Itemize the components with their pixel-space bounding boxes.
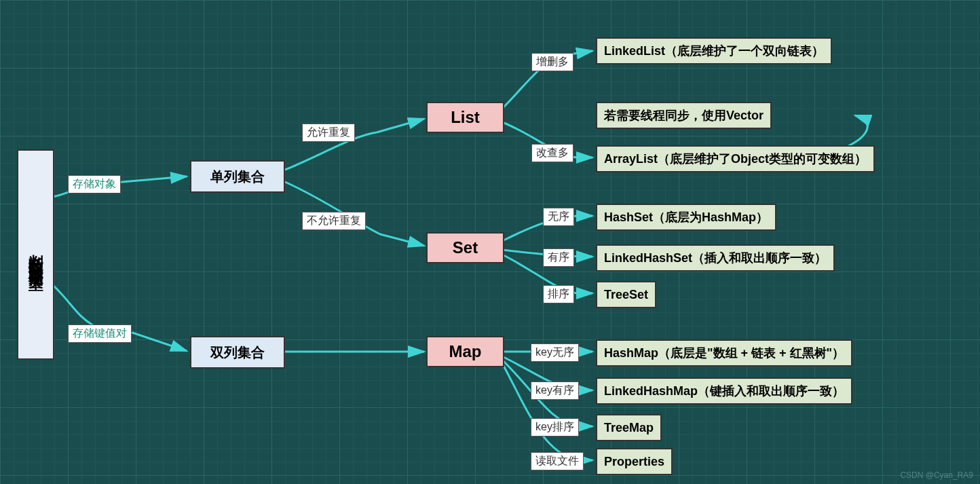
node-treemap: TreeMap xyxy=(596,414,662,441)
node-list: List xyxy=(426,102,504,133)
watermark: CSDN @Cyan_RA9 xyxy=(900,470,973,480)
node-hashmap: HashMap（底层是"数组 + 链表 + 红黑树"） xyxy=(596,339,852,367)
label-store-kv: 存储键值对 xyxy=(68,324,132,343)
label-key-ordered: key有序 xyxy=(531,381,579,400)
node-map: Map xyxy=(426,336,504,367)
node-double: 双列集合 xyxy=(190,336,285,369)
node-linkedlist: LinkedList（底层维护了一个双向链表） xyxy=(596,37,832,64)
label-ordered: 有序 xyxy=(543,248,574,267)
node-linkedhashset: LinkedHashSet（插入和取出顺序一致） xyxy=(596,244,835,272)
node-hashset: HashSet（底层为HashMap） xyxy=(596,204,776,231)
label-sorted: 排序 xyxy=(543,285,574,303)
label-read-file: 读取文件 xyxy=(531,452,584,470)
label-no-dup: 不允许重复 xyxy=(302,212,366,230)
root-node: 判断数据的存储类型 xyxy=(17,149,54,360)
node-treeset: TreeSet xyxy=(596,281,656,308)
label-key-unordered: key无序 xyxy=(531,343,579,362)
node-linkedhashmap: LinkedHashMap（键插入和取出顺序一致） xyxy=(596,377,852,405)
node-arraylist: ArrayList（底层维护了Object类型的可变数组） xyxy=(596,145,875,172)
node-single: 单列集合 xyxy=(190,160,285,193)
label-store-object: 存储对象 xyxy=(68,175,121,193)
label-more-mod-query: 改查多 xyxy=(531,144,573,162)
node-properties: Properties xyxy=(596,448,673,475)
label-unordered: 无序 xyxy=(543,208,574,226)
node-set: Set xyxy=(426,232,504,263)
label-allow-dup: 允许重复 xyxy=(302,124,355,142)
label-key-sorted: key排序 xyxy=(531,418,579,436)
label-more-add-del: 增删多 xyxy=(531,53,573,71)
node-vector: 若需要线程同步，使用Vector xyxy=(596,102,772,129)
